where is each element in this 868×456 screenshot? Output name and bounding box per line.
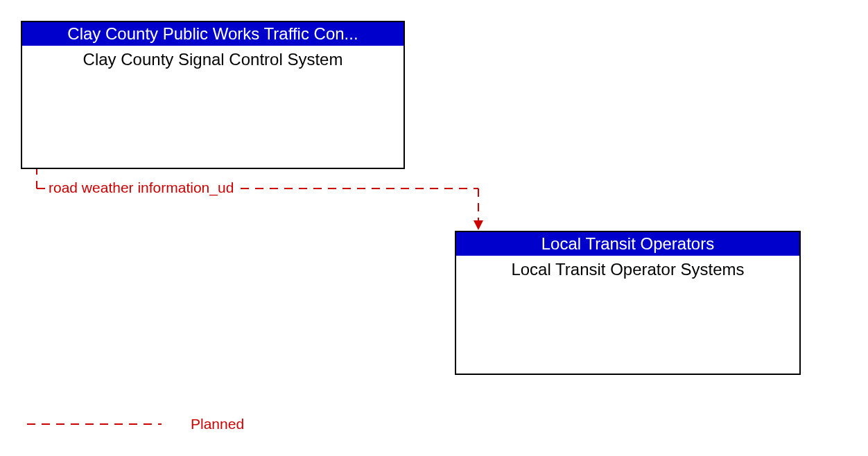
source-box: Clay County Public Works Traffic Con... … (21, 21, 405, 169)
target-box-header: Local Transit Operators (456, 232, 799, 256)
source-box-header: Clay County Public Works Traffic Con... (22, 22, 403, 46)
svg-marker-3 (474, 220, 483, 230)
target-box: Local Transit Operators Local Transit Op… (455, 231, 801, 375)
source-box-body: Clay County Signal Control System (22, 46, 403, 170)
legend-label: Planned (191, 416, 244, 432)
target-box-body: Local Transit Operator Systems (456, 256, 799, 376)
flow-label: road weather information_ud (47, 179, 235, 196)
